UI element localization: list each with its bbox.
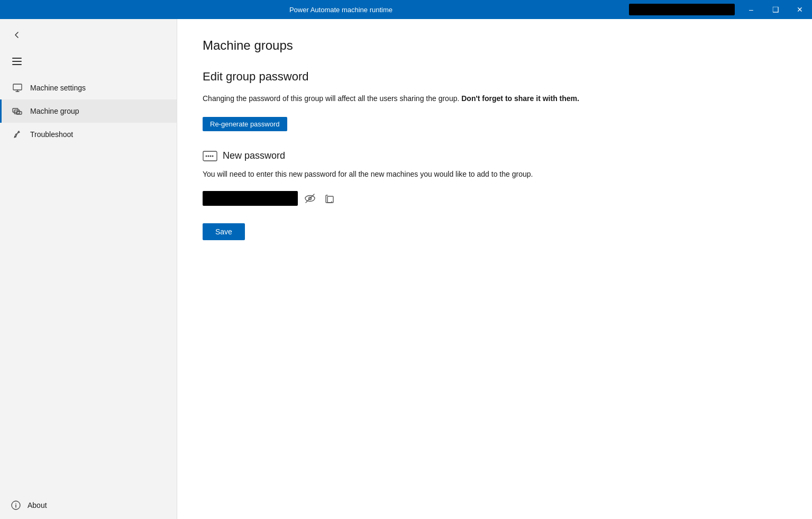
save-button[interactable]: Save <box>203 223 245 240</box>
machine-group-icon <box>12 106 23 116</box>
copy-button[interactable] <box>322 191 337 206</box>
password-field-row <box>203 190 787 206</box>
new-password-section: New password You will need to enter this… <box>203 150 787 240</box>
back-button[interactable] <box>8 26 25 43</box>
machine-settings-icon <box>12 83 23 93</box>
svg-rect-0 <box>13 84 22 90</box>
sidebar-item-machine-group-label: Machine group <box>30 107 79 115</box>
hamburger-icon <box>12 58 22 65</box>
password-dots-icon <box>203 151 217 161</box>
svg-point-6 <box>15 503 16 504</box>
svg-point-8 <box>206 155 207 157</box>
title-bar-redacted <box>629 4 735 15</box>
sidebar-nav: Machine settings Machine group <box>0 72 177 150</box>
info-text-bold: Don't forget to share it with them. <box>461 94 579 103</box>
title-bar-title: Power Automate machine runtime <box>53 6 629 14</box>
svg-point-10 <box>210 155 212 157</box>
new-password-desc: You will need to enter this new password… <box>203 169 787 180</box>
svg-point-11 <box>212 155 214 157</box>
regenerate-password-button[interactable]: Re-generate password <box>203 117 287 131</box>
sidebar-top <box>0 19 177 51</box>
svg-rect-14 <box>327 196 333 203</box>
sidebar-item-troubleshoot[interactable]: Troubleshoot <box>0 123 177 146</box>
maximize-button[interactable]: ❑ <box>763 0 788 19</box>
password-value <box>203 191 298 206</box>
title-bar: Power Automate machine runtime – ❑ ✕ <box>0 0 812 19</box>
sidebar-item-about-label: About <box>28 501 47 509</box>
sidebar: Machine settings Machine group <box>0 19 177 519</box>
sidebar-item-troubleshoot-label: Troubleshoot <box>30 130 73 139</box>
app-body: Machine settings Machine group <box>0 19 812 519</box>
svg-point-9 <box>208 155 209 157</box>
eye-icon <box>304 193 316 204</box>
main-content: Machine groups Edit group password Chang… <box>177 19 812 519</box>
menu-button[interactable] <box>8 53 25 70</box>
section-title: Edit group password <box>203 70 787 84</box>
info-text-normal: Changing the password of this group will… <box>203 94 459 103</box>
sidebar-item-machine-settings[interactable]: Machine settings <box>0 76 177 99</box>
title-bar-controls: – ❑ ✕ <box>629 0 812 19</box>
info-text: Changing the password of this group will… <box>203 93 787 104</box>
new-password-label: New password <box>223 150 285 161</box>
minimize-button[interactable]: – <box>739 0 763 19</box>
sidebar-item-machine-settings-label: Machine settings <box>30 84 86 92</box>
troubleshoot-icon <box>12 129 23 140</box>
new-password-heading: New password <box>203 150 787 161</box>
sidebar-item-machine-group[interactable]: Machine group <box>0 99 177 123</box>
toggle-visibility-button[interactable] <box>302 190 318 206</box>
sidebar-item-about[interactable]: About <box>0 491 177 519</box>
close-button[interactable]: ✕ <box>788 0 812 19</box>
copy-icon <box>324 193 335 204</box>
about-icon <box>11 500 21 511</box>
page-title: Machine groups <box>203 38 787 53</box>
